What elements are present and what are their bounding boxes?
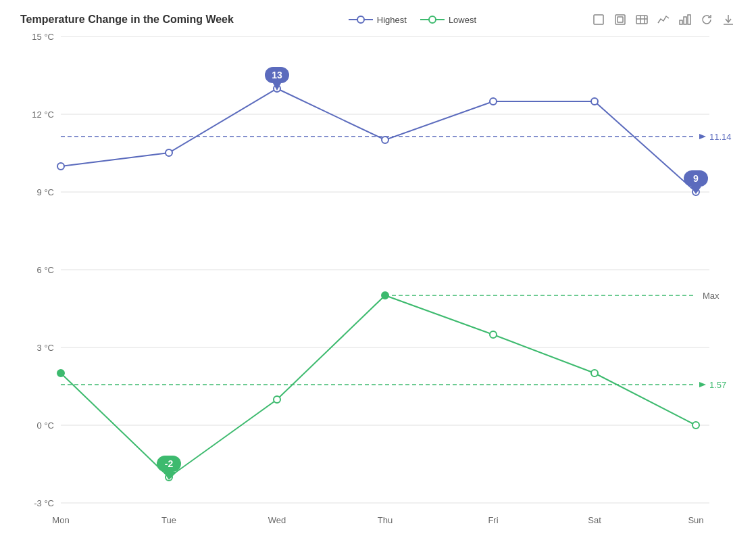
highest-tooltip-wed: 13 — [265, 67, 289, 92]
y-label-15: 15 °C — [32, 32, 54, 42]
svg-text:9: 9 — [693, 173, 699, 184]
svg-rect-12 — [684, 17, 686, 24]
chart-header: Temperature Change in the Coming Week Hi… — [14, 7, 742, 32]
lowest-line — [61, 295, 696, 477]
x-label-sat: Sat — [588, 515, 601, 525]
x-label-sun: Sun — [688, 515, 703, 525]
x-label-mon: Mon — [52, 515, 69, 525]
highest-tooltip-sun: 9 — [684, 170, 708, 195]
x-label-wed: Wed — [268, 515, 286, 525]
lowest-point-fri — [490, 331, 497, 338]
highest-avg-value: 11.14 — [709, 132, 732, 142]
download-icon[interactable] — [721, 12, 736, 27]
lowest-point-mon — [57, 370, 64, 377]
y-label-minus3: -3 °C — [34, 498, 54, 508]
x-label-tue: Tue — [161, 515, 176, 525]
highest-point-sat — [591, 98, 598, 105]
lowest-avg-value: 1.57 — [709, 380, 726, 390]
legend-lowest-icon — [420, 15, 445, 24]
svg-rect-5 — [615, 15, 625, 24]
legend-highest: Highest — [349, 15, 407, 25]
refresh-icon[interactable] — [699, 12, 714, 27]
highest-point-tue — [166, 149, 172, 156]
lowest-max-label: Max — [703, 291, 720, 301]
highest-point-mon — [57, 163, 64, 170]
svg-rect-13 — [688, 15, 690, 24]
table-icon[interactable] — [634, 12, 649, 27]
svg-text:-2: -2 — [165, 458, 174, 469]
svg-rect-6 — [618, 17, 623, 22]
y-label-0: 0 °C — [37, 420, 54, 431]
svg-rect-4 — [594, 15, 603, 24]
lowest-point-thu — [382, 292, 388, 299]
lowest-tooltip-tue: -2 — [157, 456, 181, 481]
lowest-point-sun — [692, 422, 699, 429]
chart-container: Temperature Change in the Coming Week Hi… — [0, 0, 756, 557]
svg-rect-7 — [636, 16, 647, 24]
svg-point-1 — [357, 16, 364, 23]
crop-icon[interactable] — [591, 12, 606, 27]
bar-chart-icon[interactable] — [678, 12, 692, 27]
y-label-3: 3 °C — [37, 343, 54, 353]
y-label-6: 6 °C — [37, 265, 54, 275]
legend-lowest-label: Lowest — [449, 15, 476, 25]
chart-title: Temperature Change in the Coming Week — [20, 14, 234, 26]
toolbar — [591, 12, 736, 27]
line-chart-icon[interactable] — [656, 12, 671, 27]
highest-line — [61, 89, 696, 192]
chart-svg: 15 °C 12 °C 9 °C 6 °C 3 °C 0 °C -3 °C Mo… — [14, 30, 742, 543]
y-label-12: 12 °C — [32, 110, 54, 120]
lowest-point-wed — [274, 396, 280, 403]
x-label-thu: Thu — [378, 515, 393, 525]
svg-rect-11 — [680, 20, 682, 24]
chart-legend: Highest Lowest — [349, 15, 476, 25]
y-label-9: 9 °C — [37, 187, 54, 197]
highest-point-thu — [382, 137, 388, 143]
legend-lowest: Lowest — [420, 15, 476, 25]
svg-text:13: 13 — [272, 70, 282, 80]
highest-avg-arrow — [699, 134, 706, 139]
svg-point-3 — [429, 16, 436, 23]
lowest-avg-arrow — [699, 382, 706, 387]
legend-highest-label: Highest — [377, 15, 407, 25]
x-label-fri: Fri — [488, 515, 498, 525]
lowest-point-sat — [591, 370, 598, 377]
frame-icon[interactable] — [613, 12, 628, 27]
legend-highest-icon — [349, 15, 373, 24]
highest-point-fri — [490, 98, 497, 105]
